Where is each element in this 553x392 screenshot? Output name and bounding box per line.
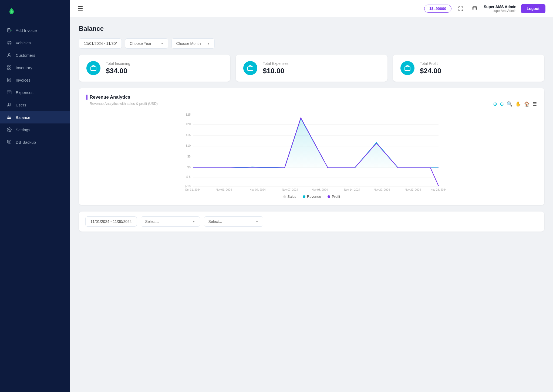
sidebar-item-add-invoice[interactable]: Add Invoice bbox=[0, 24, 70, 36]
year-select[interactable]: Choose Year ▼ bbox=[125, 38, 168, 49]
sales-legend-dot bbox=[283, 195, 286, 198]
sidebar-item-label: Settings bbox=[16, 128, 30, 132]
main-content: ☰ 1$=90000 Super AMS Admin superAmsAdmin… bbox=[70, 0, 553, 392]
sidebar-navigation: Add Invoice Vehicles Customers Inventory… bbox=[0, 21, 70, 392]
chart-toolbar: ⊕ ⊖ 🔍 ✋ 🏠 ☰ bbox=[493, 101, 537, 107]
revenue-legend-dot bbox=[303, 195, 305, 198]
svg-text:$0: $0 bbox=[187, 166, 191, 169]
stat-info: Total Expenses $10.00 bbox=[263, 61, 288, 75]
topbar: ☰ 1$=90000 Super AMS Admin superAmsAdmin… bbox=[70, 0, 553, 17]
incoming-icon bbox=[86, 61, 100, 75]
month-select[interactable]: Choose Month ▼ bbox=[171, 38, 215, 49]
month-select-label: Choose Month bbox=[176, 41, 201, 46]
logout-button[interactable]: Logout bbox=[521, 4, 545, 13]
svg-rect-6 bbox=[7, 66, 9, 67]
chart-section-title: Revenue Analytics bbox=[86, 95, 537, 100]
add-invoice-icon bbox=[6, 28, 12, 33]
stat-label: Total Incoming bbox=[106, 61, 130, 66]
sidebar-item-inventory[interactable]: Inventory bbox=[0, 61, 70, 74]
svg-point-13 bbox=[10, 104, 11, 105]
revenue-legend-label: Revenue bbox=[307, 195, 321, 199]
bottom-select-2[interactable]: Select... ▼ bbox=[204, 216, 263, 227]
chart-title-text: Revenue Analytics bbox=[90, 95, 130, 100]
chevron-down-icon: ▼ bbox=[161, 42, 164, 45]
svg-point-12 bbox=[8, 103, 9, 105]
svg-rect-20 bbox=[91, 67, 96, 71]
svg-point-19 bbox=[473, 6, 477, 8]
chart-subtitle: Revenue Analytics with sales & profit (U… bbox=[90, 102, 158, 106]
legend-revenue: Revenue bbox=[303, 195, 321, 199]
vehicles-icon bbox=[6, 40, 12, 45]
pan-icon[interactable]: ✋ bbox=[515, 101, 521, 107]
svg-rect-21 bbox=[248, 67, 253, 71]
sidebar-logo bbox=[0, 0, 70, 21]
svg-rect-8 bbox=[7, 68, 9, 69]
sidebar-item-users[interactable]: Users bbox=[0, 99, 70, 111]
stat-card-profit: Total Profit $24.00 bbox=[393, 55, 544, 82]
db-backup-icon bbox=[6, 139, 12, 145]
users-icon bbox=[6, 102, 12, 108]
stat-label: Total Profit bbox=[420, 61, 441, 66]
date-range-picker[interactable]: 11/01/2024 - 11/30/ bbox=[79, 38, 122, 49]
svg-point-5 bbox=[8, 53, 10, 55]
fullscreen-button[interactable] bbox=[456, 4, 466, 14]
inventory-icon bbox=[6, 65, 12, 70]
user-role: superAmsAdmin bbox=[493, 9, 517, 13]
database-icon-button[interactable] bbox=[470, 4, 480, 14]
chart-legend: Sales Revenue Profit bbox=[86, 195, 537, 199]
chart-card: Revenue Analytics Revenue Analytics with… bbox=[79, 88, 544, 205]
svg-point-14 bbox=[8, 116, 9, 116]
year-select-label: Choose Year bbox=[130, 41, 151, 46]
svg-rect-9 bbox=[10, 68, 11, 69]
stat-card-expenses: Total Expenses $10.00 bbox=[236, 55, 387, 82]
svg-text:$20: $20 bbox=[186, 122, 191, 126]
sidebar-item-invoices[interactable]: Invoices bbox=[0, 74, 70, 86]
sidebar-item-expenses[interactable]: Expenses bbox=[0, 86, 70, 99]
zoom-in-icon[interactable]: ⊕ bbox=[493, 101, 497, 107]
svg-rect-10 bbox=[8, 78, 11, 82]
home-icon[interactable]: 🏠 bbox=[524, 101, 530, 107]
page-title: Balance bbox=[79, 25, 544, 32]
chevron-down-icon: ▼ bbox=[255, 220, 259, 223]
stats-row: Total Incoming $34.00 Total Expenses $10… bbox=[79, 55, 544, 82]
stat-label: Total Expenses bbox=[263, 61, 288, 66]
zoom-icon[interactable]: 🔍 bbox=[507, 101, 512, 107]
exchange-rate-badge[interactable]: 1$=90000 bbox=[424, 5, 451, 13]
bottom-select-1[interactable]: Select... ▼ bbox=[141, 216, 200, 227]
sidebar-item-label: Vehicles bbox=[16, 41, 31, 45]
sidebar: Add Invoice Vehicles Customers Inventory… bbox=[0, 0, 70, 392]
revenue-chart: $25 $20 $15 $10 $5 $0 $-5 $-10 bbox=[86, 110, 537, 191]
svg-rect-7 bbox=[10, 66, 11, 67]
sidebar-item-label: Balance bbox=[16, 115, 30, 120]
svg-text:$10: $10 bbox=[186, 144, 191, 147]
user-name: Super AMS Admin bbox=[484, 5, 517, 9]
sidebar-item-vehicles[interactable]: Vehicles bbox=[0, 36, 70, 49]
svg-text:Oct 31, 2024: Oct 31, 2024 bbox=[185, 188, 201, 191]
bottom-select-2-label: Select... bbox=[208, 219, 222, 224]
sidebar-item-label: Add Invoice bbox=[16, 28, 37, 33]
svg-point-15 bbox=[10, 117, 10, 118]
legend-profit: Profit bbox=[328, 195, 340, 199]
sidebar-item-label: Invoices bbox=[16, 78, 31, 82]
bottom-filter-row: 11/01/2024 - 11/30/2024 Select... ▼ Sele… bbox=[79, 212, 544, 232]
expenses-stat-icon bbox=[243, 61, 257, 75]
menu-icon[interactable]: ☰ bbox=[532, 101, 537, 107]
svg-text:Nov 04, 2024: Nov 04, 2024 bbox=[249, 188, 266, 191]
sidebar-item-label: Inventory bbox=[16, 65, 32, 70]
sidebar-item-balance[interactable]: Balance bbox=[0, 111, 70, 123]
svg-text:Nov 28, 2024: Nov 28, 2024 bbox=[430, 188, 447, 191]
title-bar-accent bbox=[86, 95, 87, 100]
filter-row: 11/01/2024 - 11/30/ Choose Year ▼ Choose… bbox=[79, 38, 544, 49]
sidebar-item-db-backup[interactable]: DB Backup bbox=[0, 136, 70, 148]
sidebar-item-label: Customers bbox=[16, 53, 35, 58]
svg-text:$15: $15 bbox=[186, 133, 191, 136]
sidebar-item-customers[interactable]: Customers bbox=[0, 49, 70, 61]
svg-point-18 bbox=[7, 140, 11, 142]
profit-stat-icon bbox=[400, 61, 414, 75]
zoom-out-icon[interactable]: ⊖ bbox=[500, 101, 504, 107]
svg-text:$-10: $-10 bbox=[185, 185, 191, 188]
stat-card-incoming: Total Incoming $34.00 bbox=[79, 55, 230, 82]
sidebar-item-settings[interactable]: Settings bbox=[0, 123, 70, 136]
menu-toggle-button[interactable]: ☰ bbox=[78, 5, 83, 12]
bottom-date-range[interactable]: 11/01/2024 - 11/30/2024 bbox=[85, 216, 137, 227]
